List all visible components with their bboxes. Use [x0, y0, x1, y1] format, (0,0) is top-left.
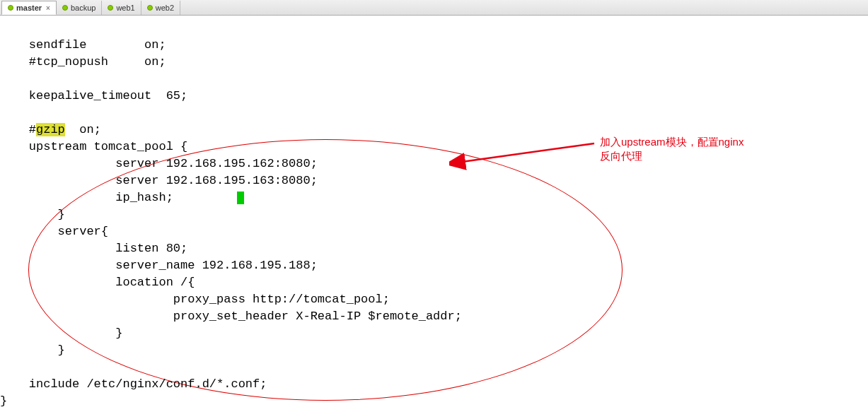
code-line: ip_hash; — [0, 191, 173, 204]
code-line: server 192.168.195.162:8080; — [0, 157, 318, 170]
annotation-text: 加入upstream模块，配置nginx 反向代理 — [600, 135, 743, 163]
code-line: upstream tomcat_pool { — [0, 140, 187, 153]
code-line: server 192.168.195.163:8080; — [0, 174, 318, 187]
code-line: proxy_set_header X-Real-IP $remote_addr; — [0, 310, 462, 323]
code-line-prefix: # — [0, 123, 36, 136]
code-line-suffix: on; — [65, 123, 101, 136]
editor-area[interactable]: 加入upstream模块，配置nginx 反向代理 sendfile on; #… — [0, 16, 868, 412]
status-dot-icon — [62, 5, 68, 11]
annotation-line2: 反向代理 — [600, 149, 743, 163]
code-line: keepalive_timeout 65; — [0, 89, 187, 102]
tab-label: web1 — [116, 4, 134, 12]
tab-master[interactable]: master × — [1, 1, 57, 15]
tab-bar: master × backup web1 web2 — [0, 0, 868, 16]
code-line: } — [0, 208, 65, 221]
code-line: sendfile on; — [0, 38, 166, 52]
code-line: listen 80; — [0, 242, 187, 255]
code-line: proxy_pass http://tomcat_pool; — [0, 293, 390, 306]
tab-web1[interactable]: web1 — [102, 1, 141, 15]
code-line: #tcp_nopush on; — [0, 55, 166, 69]
text-cursor — [237, 192, 244, 204]
code-line: location /{ — [0, 276, 195, 289]
search-highlight: gzip — [36, 123, 65, 136]
code-line: } — [0, 343, 65, 357]
code-line: server{ — [0, 225, 108, 238]
annotation-line1: 加入upstream模块，配置nginx — [600, 135, 743, 149]
code-line: } — [0, 394, 7, 408]
code-content[interactable]: sendfile on; #tcp_nopush on; keepalive_t… — [0, 16, 868, 410]
code-line: include /etc/nginx/conf.d/*.conf; — [0, 377, 267, 391]
tab-backup[interactable]: backup — [57, 1, 102, 15]
tab-label: web2 — [156, 4, 174, 12]
tab-web2[interactable]: web2 — [141, 1, 180, 15]
status-dot-icon — [8, 5, 13, 11]
close-icon[interactable]: × — [46, 4, 50, 12]
code-line: server_name 192.168.195.188; — [0, 259, 318, 272]
tab-label: master — [16, 4, 42, 12]
tab-label: backup — [71, 4, 96, 12]
status-dot-icon — [147, 5, 153, 11]
status-dot-icon — [108, 5, 113, 11]
code-line: } — [0, 326, 122, 340]
